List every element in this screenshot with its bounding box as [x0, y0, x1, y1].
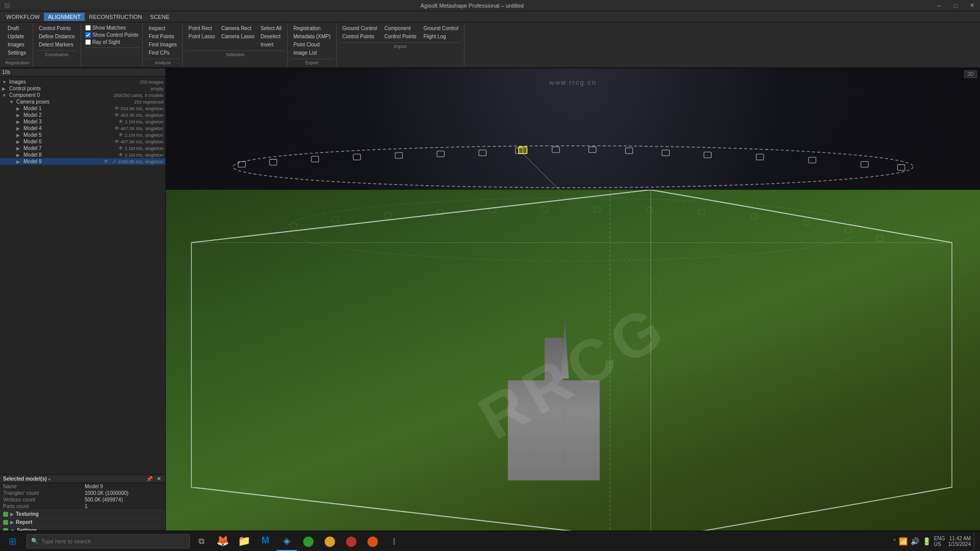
- show-desktop-button[interactable]: [974, 532, 976, 550]
- close-button[interactable]: ✕: [964, 0, 980, 11]
- comp0-expand[interactable]: ▼: [2, 93, 9, 98]
- point-rect-button[interactable]: Point Rect: [186, 24, 217, 32]
- find-cps-button[interactable]: Find CPs: [146, 49, 179, 57]
- taskbar-metashape[interactable]: ◈: [277, 532, 297, 551]
- menu-reconstruction[interactable]: RECONSTRUCTION: [85, 13, 146, 21]
- m3-expand[interactable]: ▶: [16, 119, 23, 124]
- taskbar-app7[interactable]: ⬤: [341, 532, 361, 551]
- tree-control-points[interactable]: ▶ Control points empty: [0, 85, 165, 92]
- image-list-button[interactable]: Image List: [291, 49, 333, 57]
- prop-section-texturing[interactable]: ▶ Texturing: [0, 510, 165, 518]
- viewport[interactable]: www.rrcg.cn: [166, 68, 980, 551]
- taskbar-app8[interactable]: ⬤: [362, 532, 383, 551]
- tree-area[interactable]: ▼ Images 250 images ▶ Control points emp…: [0, 77, 165, 474]
- select-all-button[interactable]: Select All: [258, 24, 284, 32]
- search-bar[interactable]: 🔍: [27, 534, 190, 548]
- camposes-expand[interactable]: ▼: [9, 99, 16, 105]
- registration-export-button[interactable]: Registration: [291, 24, 333, 32]
- define-distance-button[interactable]: Define Distance: [36, 33, 78, 40]
- control-points-import-button[interactable]: Control Points: [340, 33, 380, 40]
- menu-workflow[interactable]: WORKFLOW: [2, 13, 44, 21]
- m5-eye-icon[interactable]: 👁: [117, 132, 125, 138]
- camera-lasso-button[interactable]: Camera Lasso: [219, 33, 257, 40]
- tree-model6[interactable]: ▶ Model 6 👁 467.0K tris, singleton: [0, 138, 165, 145]
- m2-eye-icon[interactable]: 👁: [113, 112, 120, 118]
- show-matches-checkbox[interactable]: Show Matches: [84, 24, 140, 31]
- prop-section-report[interactable]: ▶ Report: [0, 518, 165, 526]
- m8-eye-icon[interactable]: 👁: [117, 152, 125, 158]
- point-cloud-button[interactable]: Point Cloud: [291, 41, 333, 48]
- m4-eye-icon[interactable]: 👁: [113, 126, 120, 131]
- ray-of-sight-input[interactable]: [85, 39, 91, 45]
- tree-component0[interactable]: ▼ Component 0 250/250 cams, 9 models: [0, 92, 165, 98]
- taskbar-ms-store[interactable]: M: [255, 532, 276, 551]
- menu-scene[interactable]: SCENE: [146, 13, 174, 21]
- inspect-button[interactable]: Inspect: [146, 24, 179, 32]
- m6-eye-icon[interactable]: 👁: [113, 139, 120, 144]
- show-matches-input[interactable]: [85, 25, 91, 31]
- component-button[interactable]: Component: [382, 24, 419, 32]
- m9-eye-icon[interactable]: 👁: [103, 159, 110, 164]
- tree-model4[interactable]: ▶ Model 4 👁 467.0K tris, singleton: [0, 125, 165, 132]
- network-icon[interactable]: 📶: [899, 537, 908, 545]
- tree-model1[interactable]: ▶ Model 1 👁 554.9K tris, singleton: [0, 105, 165, 112]
- tree-model8[interactable]: ▶ Model 8 👁 2.1M tris, singleton: [0, 152, 165, 158]
- tree-model2[interactable]: ▶ Model 2 👁 463.3K tris, singleton: [0, 112, 165, 118]
- tree-model3[interactable]: ▶ Model 3 👁 3.1M tris, singleton: [0, 118, 165, 125]
- point-lasso-button[interactable]: Point Lasso: [186, 33, 217, 40]
- ray-of-sight-checkbox[interactable]: Ray of Sight: [84, 39, 140, 45]
- m9-expand[interactable]: ▶: [16, 159, 23, 164]
- images-button[interactable]: Images: [5, 41, 29, 48]
- tree-model7[interactable]: ▶ Model 7 👁 2.1M tris, singleton: [0, 145, 165, 152]
- m5-expand[interactable]: ▶: [16, 133, 23, 138]
- invert-button[interactable]: Invert: [258, 41, 284, 48]
- m7-expand[interactable]: ▶: [16, 146, 23, 151]
- taskbar-app6[interactable]: ⬤: [320, 532, 340, 551]
- m2-expand[interactable]: ▶: [16, 113, 23, 118]
- ground-control-button[interactable]: Ground Control: [340, 24, 380, 32]
- update-button[interactable]: Update: [5, 33, 29, 40]
- m3-eye-icon[interactable]: 👁: [117, 119, 125, 124]
- m1-eye-icon[interactable]: 👁: [113, 106, 120, 111]
- props-pin-button[interactable]: 📌: [145, 476, 154, 482]
- find-images-button[interactable]: Find Images: [146, 41, 179, 48]
- camera-rect-button[interactable]: Camera Rect: [219, 24, 257, 32]
- volume-icon[interactable]: 🔊: [911, 537, 919, 545]
- tree-model5[interactable]: ▶ Model 5 👁 2.1M tris, singleton: [0, 132, 165, 138]
- m7-eye-icon[interactable]: 👁: [117, 145, 125, 151]
- gc-button[interactable]: Ground Control: [421, 24, 461, 32]
- maximize-button[interactable]: □: [947, 0, 964, 11]
- menu-alignment[interactable]: ALIGNMENT: [44, 13, 85, 21]
- taskbar-firefox[interactable]: 🦊: [212, 532, 233, 551]
- draft-button[interactable]: Draft: [5, 24, 29, 32]
- search-input[interactable]: [41, 538, 185, 544]
- tree-images[interactable]: ▼ Images 250 images: [0, 79, 165, 85]
- minimize-button[interactable]: ─: [931, 0, 947, 11]
- taskbar-app5[interactable]: ⬤: [298, 532, 318, 551]
- deselect-button[interactable]: Deselect: [258, 33, 284, 40]
- battery-icon[interactable]: 🔋: [922, 537, 931, 545]
- start-button[interactable]: ⊞: [0, 531, 24, 552]
- show-control-points-input[interactable]: [85, 32, 91, 38]
- flight-log-button[interactable]: Flight Log: [421, 33, 461, 40]
- m4-expand[interactable]: ▶: [16, 126, 23, 131]
- taskbar-explorer[interactable]: 📁: [234, 532, 254, 551]
- tree-model9[interactable]: ▶ Model 9 👁 ✓ 1000.0K tris, singleton: [0, 158, 165, 165]
- find-points-button[interactable]: Find Points: [146, 33, 179, 40]
- props-close-button[interactable]: ✕: [155, 476, 162, 482]
- m6-expand[interactable]: ▶: [16, 139, 23, 144]
- show-control-points-checkbox[interactable]: Show Control Points: [84, 32, 140, 38]
- control-points-button[interactable]: Control Points: [36, 24, 78, 32]
- task-view-button[interactable]: ⧉: [192, 532, 210, 551]
- detect-markers-button[interactable]: Detect Markers: [36, 41, 78, 48]
- taskbar[interactable]: ⊞ 🔍 ⧉ 🦊 📁 M ◈ ⬤ ⬤ ⬤ ⬤ |: [0, 531, 980, 551]
- m8-expand[interactable]: ▶: [16, 153, 23, 158]
- settings-button[interactable]: Settings: [5, 49, 29, 57]
- metadata-xmp-button[interactable]: Metadata (XMP): [291, 33, 333, 40]
- m1-expand[interactable]: ▶: [16, 106, 23, 111]
- tree-camera-poses[interactable]: ▼ Camera poses 250 registered: [0, 98, 165, 105]
- window-controls[interactable]: ─ □ ✕: [931, 0, 980, 11]
- tray-chevron[interactable]: ^: [893, 538, 896, 544]
- control-points-2-button[interactable]: Control Points: [382, 33, 419, 40]
- props-controls[interactable]: 📌 ✕: [145, 476, 162, 482]
